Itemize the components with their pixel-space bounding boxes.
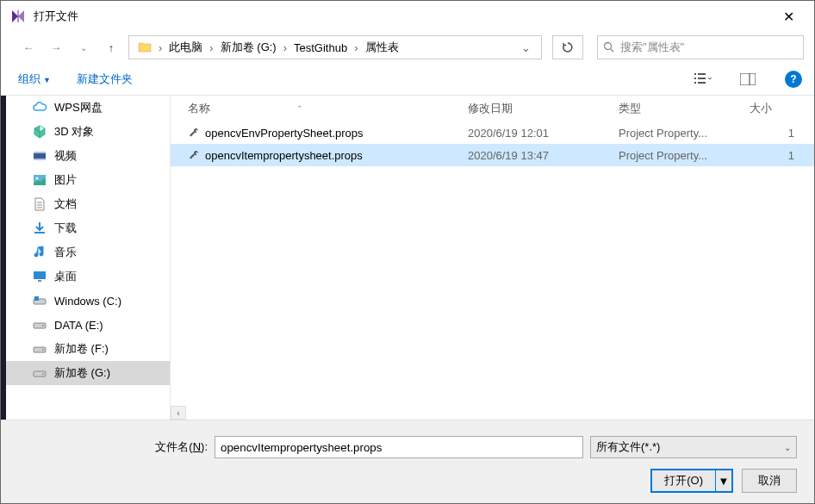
cancel-button[interactable]: 取消 — [742, 469, 797, 493]
3d-icon — [32, 124, 47, 140]
tree-item-label: 桌面 — [54, 269, 77, 284]
file-date: 2020/6/19 13:47 — [464, 149, 615, 162]
breadcrumb-item[interactable]: 此电脑 — [164, 36, 208, 59]
tree-item-label: 音乐 — [54, 245, 77, 260]
column-name[interactable]: 名称 — [188, 101, 210, 116]
svg-rect-5 — [698, 78, 706, 79]
svg-rect-18 — [34, 271, 46, 279]
column-type[interactable]: 类型 — [615, 101, 746, 116]
column-headers[interactable]: 名称⌃ 修改日期 类型 大小 — [171, 96, 814, 121]
tree-item[interactable]: 音乐 — [6, 240, 170, 264]
file-date: 2020/6/19 12:01 — [464, 127, 615, 140]
tree-item[interactable]: 新加卷 (G:) — [6, 361, 170, 385]
file-size: 1 — [746, 149, 798, 162]
chevron-right-icon[interactable]: › — [157, 41, 164, 54]
drive-icon — [32, 317, 47, 333]
svg-rect-21 — [34, 296, 39, 301]
navigation-tree[interactable]: WPS网盘3D 对象视频图片文档下载音乐桌面Windows (C:)DATA (… — [6, 96, 170, 420]
drive-win-icon — [32, 293, 47, 308]
file-name: opencvEnvPropertySheet.props — [205, 127, 364, 140]
svg-point-25 — [42, 349, 44, 351]
drive-icon — [32, 341, 47, 357]
svg-rect-6 — [694, 82, 696, 84]
music-icon — [32, 245, 47, 260]
svg-rect-7 — [698, 82, 706, 84]
tree-item[interactable]: 文档 — [6, 192, 170, 216]
open-button[interactable]: 打开(O) ▼ — [650, 469, 733, 493]
chevron-right-icon[interactable]: › — [352, 41, 359, 54]
chevron-right-icon[interactable]: › — [282, 41, 289, 54]
filetype-select[interactable]: 所有文件(*.*) ⌄ — [590, 436, 797, 458]
organize-menu[interactable]: 组织▼ — [13, 68, 56, 90]
file-name: opencvItempropertysheet.props — [205, 149, 363, 162]
cloud-icon — [32, 100, 47, 115]
svg-rect-11 — [34, 152, 46, 153]
forward-button[interactable]: → — [46, 37, 66, 58]
file-row[interactable]: opencvEnvPropertySheet.props2020/6/19 12… — [171, 121, 814, 144]
tree-item[interactable]: 视频 — [6, 144, 170, 168]
svg-point-14 — [36, 177, 39, 180]
sort-indicator-icon: ⌃ — [296, 104, 303, 113]
svg-rect-8 — [740, 73, 756, 85]
svg-rect-12 — [34, 159, 46, 160]
tree-item[interactable]: 下载 — [6, 216, 170, 240]
chevron-down-icon: ▼ — [43, 76, 51, 84]
tree-item[interactable]: 图片 — [6, 168, 170, 192]
svg-point-23 — [42, 325, 44, 327]
up-button[interactable]: ↑ — [101, 37, 121, 58]
recent-dropdown[interactable]: ⌄ — [73, 37, 94, 58]
column-size[interactable]: 大小 — [746, 101, 798, 116]
svg-line-1 — [611, 49, 614, 53]
tree-item-label: 视频 — [54, 148, 77, 164]
search-placeholder: 搜索"属性表" — [620, 40, 684, 55]
breadcrumb-item[interactable]: TestGithub — [289, 36, 352, 59]
preview-pane-button[interactable] — [738, 70, 757, 89]
tree-item[interactable]: 桌面 — [6, 264, 170, 289]
tree-item-label: 图片 — [54, 172, 77, 188]
svg-point-0 — [605, 43, 612, 50]
svg-rect-19 — [38, 280, 41, 282]
svg-rect-4 — [694, 78, 696, 79]
tree-item[interactable]: 3D 对象 — [6, 120, 170, 144]
tree-item-label: 下载 — [54, 221, 77, 236]
chevron-down-icon: ⌄ — [784, 443, 791, 452]
filename-input[interactable] — [215, 436, 583, 458]
wrench-icon — [188, 149, 200, 161]
breadcrumb-dropdown[interactable]: ⌄ — [514, 41, 538, 54]
video-icon — [32, 148, 47, 164]
search-input[interactable]: 搜索"属性表" — [597, 35, 804, 59]
tree-item-label: Windows (C:) — [54, 295, 121, 308]
folder-icon — [138, 40, 152, 54]
view-options-button[interactable] — [694, 70, 712, 89]
tree-item-label: WPS网盘 — [54, 100, 103, 115]
file-type: Project Property... — [615, 127, 746, 140]
document-icon — [32, 196, 47, 212]
filename-label: 文件名(N): — [18, 439, 208, 455]
svg-rect-2 — [694, 73, 696, 75]
help-button[interactable]: ? — [785, 71, 802, 88]
refresh-button[interactable] — [552, 35, 583, 59]
new-folder-button[interactable]: 新建文件夹 — [72, 68, 138, 90]
back-button[interactable]: ← — [18, 37, 39, 58]
file-size: 1 — [746, 127, 798, 140]
open-dropdown[interactable]: ▼ — [716, 475, 731, 488]
picture-icon — [32, 172, 47, 188]
column-date[interactable]: 修改日期 — [464, 101, 615, 116]
desktop-icon — [32, 269, 47, 284]
svg-point-27 — [42, 373, 44, 375]
breadcrumb-item[interactable]: 属性表 — [360, 36, 404, 59]
breadcrumb[interactable]: › 此电脑 › 新加卷 (G:) › TestGithub › 属性表 ⌄ — [128, 35, 542, 59]
scroll-left-button[interactable]: ‹ — [171, 406, 186, 420]
tree-item[interactable]: 新加卷 (F:) — [6, 337, 170, 361]
tree-item[interactable]: Windows (C:) — [6, 289, 170, 313]
search-icon — [603, 41, 615, 53]
tree-item[interactable]: DATA (E:) — [6, 313, 170, 337]
tree-item[interactable]: WPS网盘 — [6, 96, 170, 120]
close-button[interactable]: ✕ — [771, 1, 806, 32]
chevron-right-icon[interactable]: › — [208, 41, 215, 54]
tree-item-label: 新加卷 (F:) — [54, 341, 109, 357]
file-row[interactable]: opencvItempropertysheet.props2020/6/19 1… — [171, 144, 814, 166]
tree-item-label: DATA (E:) — [54, 319, 103, 332]
breadcrumb-item[interactable]: 新加卷 (G:) — [215, 36, 282, 59]
wrench-icon — [188, 127, 200, 139]
